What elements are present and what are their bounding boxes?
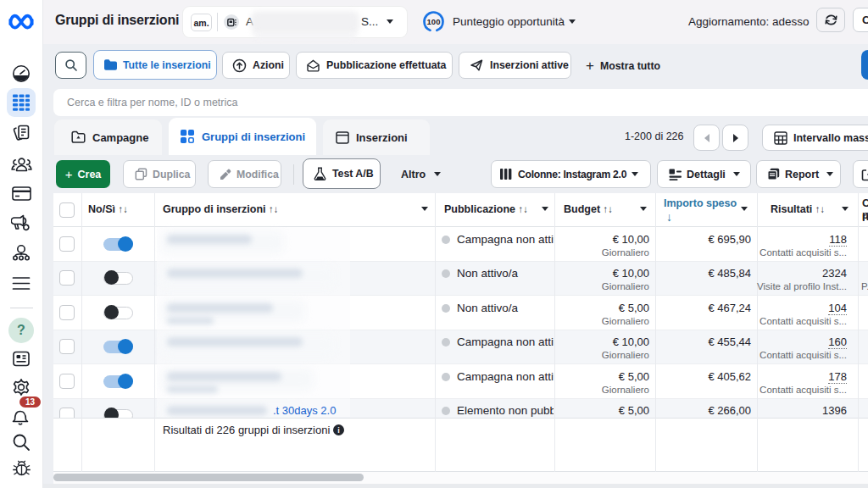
svg-text:100: 100	[427, 17, 441, 26]
